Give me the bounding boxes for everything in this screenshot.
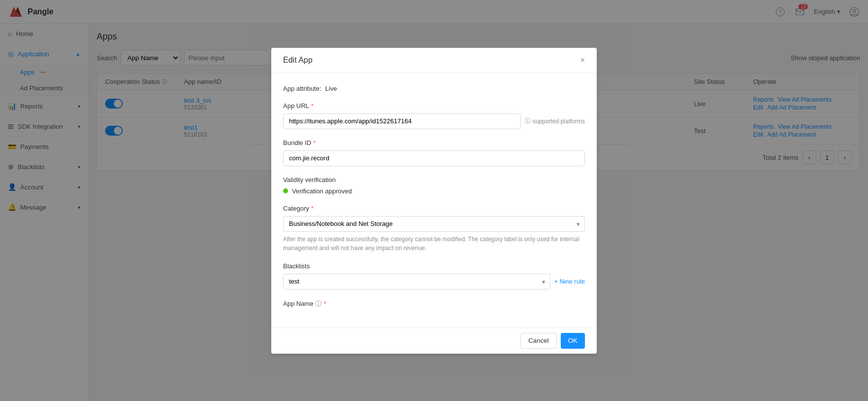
modal-overlay: Edit App × App attribute: Live App URL * bbox=[0, 0, 868, 401]
category-select[interactable]: Business/Notebook and Net Storage bbox=[283, 216, 585, 232]
category-label: Category bbox=[283, 205, 309, 212]
new-rule-link[interactable]: + New rule bbox=[554, 278, 585, 285]
app-url-required: * bbox=[311, 102, 314, 109]
bundle-id-label-row: Bundle ID * bbox=[283, 139, 585, 146]
form-row-app-attribute: App attribute: Live bbox=[283, 85, 585, 92]
app-name-required: * bbox=[324, 300, 326, 307]
blacklists-label: Blacklists bbox=[283, 262, 310, 270]
modal-close-button[interactable]: × bbox=[580, 56, 585, 65]
category-label-row: Category * bbox=[283, 205, 585, 212]
ok-button[interactable]: OK bbox=[561, 333, 585, 349]
cancel-button[interactable]: Cancel bbox=[520, 333, 557, 349]
category-select-wrapper: Business/Notebook and Net Storage bbox=[283, 216, 585, 232]
category-required: * bbox=[311, 205, 314, 212]
app-attribute-field: App attribute: Live bbox=[283, 85, 337, 92]
app-url-label-row: App URL * bbox=[283, 102, 585, 109]
modal-title: Edit App bbox=[283, 56, 313, 65]
app-url-input[interactable] bbox=[283, 113, 521, 129]
verification-status: Verification approved bbox=[292, 187, 352, 195]
blacklists-label-row: Blacklists bbox=[283, 262, 585, 270]
verification-status-row: Verification approved bbox=[283, 187, 585, 195]
validity-label-row: Validity verification bbox=[283, 176, 585, 183]
form-row-app-name: App Name ⓘ * bbox=[283, 299, 585, 308]
app-name-label-row: App Name ⓘ * bbox=[283, 299, 585, 308]
blacklist-input-row: test + New rule bbox=[283, 274, 585, 290]
bundle-id-label: Bundle ID bbox=[283, 139, 311, 146]
modal-footer: Cancel OK bbox=[271, 328, 597, 354]
app-attribute-value: Live bbox=[325, 85, 337, 92]
form-row-validity: Validity verification Verification appro… bbox=[283, 176, 585, 195]
bundle-id-input[interactable] bbox=[283, 150, 585, 166]
app-url-input-row: ⓘ supported platforms bbox=[283, 113, 585, 129]
bundle-id-required: * bbox=[313, 139, 316, 146]
category-hint: After the app is created successfully, t… bbox=[283, 235, 585, 253]
app-attribute-label: App attribute: bbox=[283, 85, 321, 92]
modal-header: Edit App × bbox=[271, 48, 597, 73]
app-url-label: App URL bbox=[283, 102, 309, 109]
form-row-category: Category * Business/Notebook and Net Sto… bbox=[283, 205, 585, 253]
modal-body: App attribute: Live App URL * ⓘ supporte… bbox=[271, 73, 597, 328]
form-row-app-url: App URL * ⓘ supported platforms bbox=[283, 102, 585, 129]
app-name-info-icon: ⓘ bbox=[315, 299, 322, 308]
form-row-blacklists: Blacklists test + New rule bbox=[283, 262, 585, 290]
info-icon: ⓘ bbox=[525, 117, 531, 125]
blacklist-select[interactable]: test bbox=[283, 274, 550, 290]
validity-label: Validity verification bbox=[283, 176, 336, 183]
blacklist-select-wrapper: test bbox=[283, 274, 550, 290]
app-name-label: App Name bbox=[283, 300, 313, 307]
form-row-bundle-id: Bundle ID * bbox=[283, 139, 585, 166]
supported-platforms: ⓘ supported platforms bbox=[525, 117, 585, 125]
green-dot-icon bbox=[283, 188, 288, 193]
edit-app-modal: Edit App × App attribute: Live App URL * bbox=[271, 48, 597, 354]
